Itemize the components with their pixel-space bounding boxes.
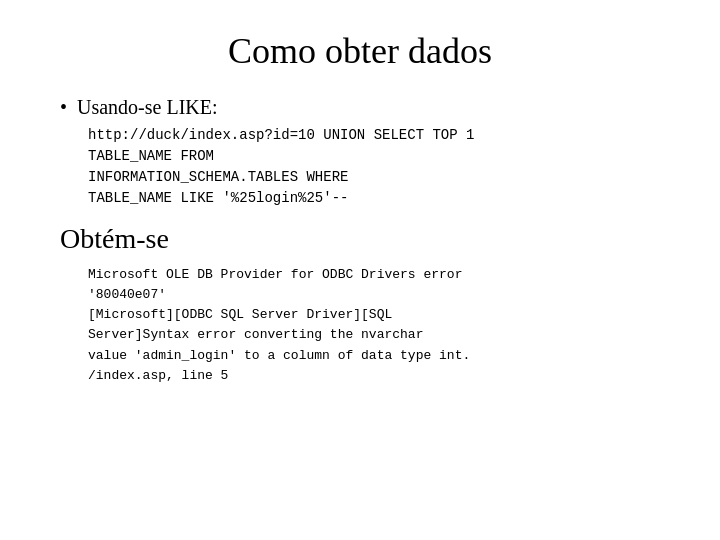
- bullet-section: • Usando-se LIKE: http://duck/index.asp?…: [60, 96, 660, 209]
- page-title: Como obter dados: [60, 30, 660, 72]
- sql-code-block: http://duck/index.asp?id=10 UNION SELECT…: [88, 125, 660, 209]
- bullet-item-like: • Usando-se LIKE:: [60, 96, 660, 119]
- bullet-dot: •: [60, 96, 67, 119]
- obtained-section: Obtém-se Microsoft OLE DB Provider for O…: [60, 223, 660, 386]
- response-code-1: Microsoft OLE DB Provider for ODBC Drive…: [88, 265, 660, 305]
- response-code-2: [Microsoft][ODBC SQL Server Driver][SQL …: [88, 305, 660, 365]
- page-container: Como obter dados • Usando-se LIKE: http:…: [0, 0, 720, 540]
- bullet-like-label: Usando-se LIKE:: [77, 96, 218, 119]
- obtained-header: Obtém-se: [60, 223, 660, 255]
- response-code-3: /index.asp, line 5: [88, 366, 660, 386]
